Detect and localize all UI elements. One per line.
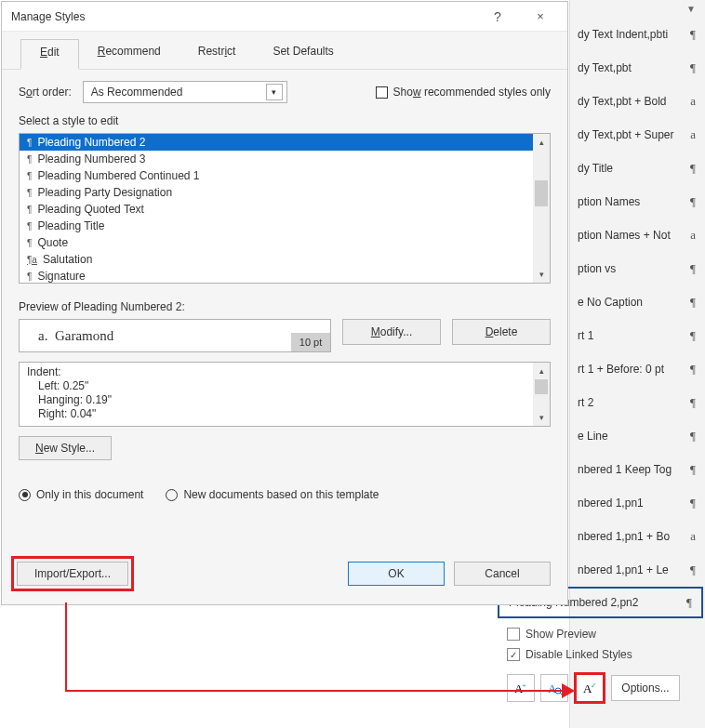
annotation-line — [65, 690, 567, 692]
annotation-arrow-icon — [562, 683, 575, 698]
list-item[interactable]: ¶Pleading Party Designation — [20, 184, 533, 201]
style-row[interactable]: ption vs¶ — [570, 252, 705, 285]
style-row[interactable]: e Line¶ — [570, 419, 705, 453]
style-row[interactable]: dy Text,pbt¶ — [570, 51, 705, 85]
manage-styles-dialog: Manage Styles ? × Edit Recommend Restric… — [1, 1, 568, 605]
style-row[interactable]: dy Text,pbt + Bolda — [570, 85, 705, 118]
list-item[interactable]: ¶Pleading Numbered 3 — [20, 151, 533, 167]
new-style-icon[interactable]: A₊ — [507, 674, 535, 702]
disable-linked-checkbox[interactable]: ✓Disable Linked Styles — [507, 644, 696, 665]
style-row[interactable]: rt 1 + Before: 0 pt¶ — [570, 352, 705, 386]
cancel-button[interactable]: Cancel — [454, 562, 551, 586]
style-row[interactable]: nbered 1,pn1 + Le¶ — [570, 553, 705, 587]
list-item[interactable]: ¶Pleading Numbered Continued 1 — [20, 167, 533, 184]
dialog-title: Manage Styles — [11, 10, 476, 23]
show-preview-checkbox[interactable]: Show Preview — [507, 624, 696, 644]
style-row[interactable]: e No Caption¶ — [570, 285, 705, 319]
chevron-down-icon: ▾ — [266, 84, 283, 100]
list-item[interactable]: ¶Pleading Quoted Text — [20, 201, 533, 218]
style-listbox[interactable]: ¶Pleading Numbered 2 ¶Pleading Numbered … — [19, 133, 551, 284]
help-button[interactable]: ? — [476, 4, 519, 30]
list-item[interactable]: ¶Signature — [20, 268, 533, 284]
tab-defaults[interactable]: Set Defaults — [254, 39, 352, 69]
delete-button[interactable]: Delete — [452, 319, 551, 345]
modify-button[interactable]: Modify... — [342, 319, 441, 345]
annotation-line — [65, 602, 67, 692]
list-item[interactable]: ¶Pleading Title — [20, 218, 533, 234]
preview-box: a. Garamond 10 pt — [19, 319, 331, 352]
styles-pane: ▼ dy Text Indent,pbti¶ dy Text,pbt¶ dy T… — [569, 0, 705, 728]
select-style-label: Select a style to edit — [19, 114, 551, 127]
show-recommended-checkbox[interactable]: Show recommended styles only — [376, 86, 551, 99]
only-this-document-radio[interactable]: Only in this document — [19, 488, 143, 501]
svg-text:✓: ✓ — [591, 682, 597, 690]
styles-list: dy Text Indent,pbti¶ dy Text,pbt¶ dy Tex… — [570, 18, 705, 587]
sort-order-label: Sort order: — [19, 86, 72, 99]
close-button[interactable]: × — [519, 4, 562, 30]
style-row[interactable]: dy Title¶ — [570, 152, 705, 185]
import-export-highlight: Import/Export... — [11, 556, 134, 591]
options-button[interactable]: Options... — [611, 675, 680, 701]
tab-edit[interactable]: Edit — [20, 39, 79, 70]
desc-scrollbar[interactable]: ▴ ▾ — [533, 363, 550, 426]
tab-recommend[interactable]: Recommend — [79, 39, 180, 69]
titlebar: Manage Styles ? × — [2, 2, 567, 32]
style-row[interactable]: rt 1¶ — [570, 319, 705, 352]
svg-text:₊: ₊ — [522, 680, 526, 689]
preview-size: 10 pt — [291, 333, 330, 351]
tabs: Edit Recommend Restrict Set Defaults — [2, 32, 567, 70]
pane-menu-icon[interactable]: ▼ — [677, 0, 705, 18]
style-row[interactable]: dy Text,pbt + Supera — [570, 118, 705, 152]
new-style-button[interactable]: New Style... — [19, 436, 112, 460]
sort-order-select[interactable]: As Recommended ▾ — [83, 81, 287, 103]
list-item[interactable]: ¶Pleading Numbered 2 — [20, 134, 533, 151]
list-item[interactable]: ¶Quote — [20, 234, 533, 251]
style-row[interactable]: nbered 1,pn1¶ — [570, 486, 705, 520]
list-scrollbar[interactable]: ▴ ▾ — [533, 134, 550, 283]
style-row[interactable]: dy Text Indent,pbti¶ — [570, 18, 705, 51]
style-row[interactable]: nbered 1,pn1 + Boa — [570, 520, 705, 553]
style-row[interactable]: rt 2¶ — [570, 386, 705, 419]
description-box: Indent: Left: 0.25" Hanging: 0.19" Right… — [19, 362, 551, 427]
style-row[interactable]: nbered 1 Keep Tog¶ — [570, 453, 705, 486]
style-row[interactable]: ption Names + Nota — [570, 218, 705, 252]
ok-button[interactable]: OK — [348, 562, 445, 586]
tab-restrict[interactable]: Restrict — [180, 39, 255, 69]
manage-styles-icon[interactable]: A✓ — [574, 672, 605, 704]
new-documents-radio[interactable]: New documents based on this template — [166, 488, 379, 501]
style-row[interactable]: ption Names¶ — [570, 185, 705, 218]
import-export-button[interactable]: Import/Export... — [17, 562, 128, 586]
svg-text:A: A — [548, 682, 557, 695]
preview-label: Preview of Pleading Numbered 2: — [19, 300, 551, 313]
list-item[interactable]: ¶aSalutation — [20, 251, 533, 268]
